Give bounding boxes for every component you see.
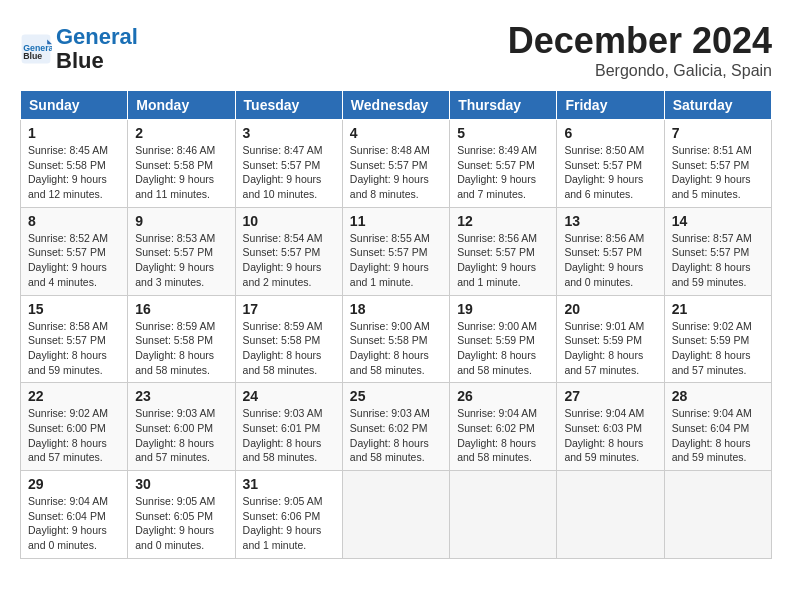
day-number: 11 [350, 213, 442, 229]
day-info: Sunrise: 8:45 AM Sunset: 5:58 PM Dayligh… [28, 143, 120, 202]
calendar-week-row: 8Sunrise: 8:52 AM Sunset: 5:57 PM Daylig… [21, 207, 772, 295]
day-number: 6 [564, 125, 656, 141]
day-info: Sunrise: 9:04 AM Sunset: 6:03 PM Dayligh… [564, 406, 656, 465]
day-number: 7 [672, 125, 764, 141]
day-info: Sunrise: 8:48 AM Sunset: 5:57 PM Dayligh… [350, 143, 442, 202]
calendar-day-cell: 1Sunrise: 8:45 AM Sunset: 5:58 PM Daylig… [21, 120, 128, 208]
calendar-day-cell: 13Sunrise: 8:56 AM Sunset: 5:57 PM Dayli… [557, 207, 664, 295]
calendar-day-cell: 30Sunrise: 9:05 AM Sunset: 6:05 PM Dayli… [128, 471, 235, 559]
day-info: Sunrise: 8:52 AM Sunset: 5:57 PM Dayligh… [28, 231, 120, 290]
calendar-day-cell: 5Sunrise: 8:49 AM Sunset: 5:57 PM Daylig… [450, 120, 557, 208]
day-info: Sunrise: 8:49 AM Sunset: 5:57 PM Dayligh… [457, 143, 549, 202]
weekday-header-row: SundayMondayTuesdayWednesdayThursdayFrid… [21, 91, 772, 120]
day-info: Sunrise: 8:56 AM Sunset: 5:57 PM Dayligh… [457, 231, 549, 290]
day-info: Sunrise: 8:50 AM Sunset: 5:57 PM Dayligh… [564, 143, 656, 202]
calendar-day-cell: 3Sunrise: 8:47 AM Sunset: 5:57 PM Daylig… [235, 120, 342, 208]
calendar-day-cell: 16Sunrise: 8:59 AM Sunset: 5:58 PM Dayli… [128, 295, 235, 383]
day-number: 4 [350, 125, 442, 141]
weekday-header-tuesday: Tuesday [235, 91, 342, 120]
weekday-header-friday: Friday [557, 91, 664, 120]
calendar-day-cell: 2Sunrise: 8:46 AM Sunset: 5:58 PM Daylig… [128, 120, 235, 208]
day-number: 20 [564, 301, 656, 317]
day-number: 14 [672, 213, 764, 229]
day-info: Sunrise: 9:00 AM Sunset: 5:58 PM Dayligh… [350, 319, 442, 378]
day-number: 24 [243, 388, 335, 404]
day-info: Sunrise: 9:00 AM Sunset: 5:59 PM Dayligh… [457, 319, 549, 378]
calendar-day-cell [342, 471, 449, 559]
day-info: Sunrise: 8:46 AM Sunset: 5:58 PM Dayligh… [135, 143, 227, 202]
calendar-day-cell: 31Sunrise: 9:05 AM Sunset: 6:06 PM Dayli… [235, 471, 342, 559]
day-number: 25 [350, 388, 442, 404]
calendar-day-cell: 9Sunrise: 8:53 AM Sunset: 5:57 PM Daylig… [128, 207, 235, 295]
day-info: Sunrise: 9:04 AM Sunset: 6:02 PM Dayligh… [457, 406, 549, 465]
day-number: 26 [457, 388, 549, 404]
calendar-day-cell: 12Sunrise: 8:56 AM Sunset: 5:57 PM Dayli… [450, 207, 557, 295]
weekday-header-monday: Monday [128, 91, 235, 120]
weekday-header-saturday: Saturday [664, 91, 771, 120]
calendar-day-cell: 17Sunrise: 8:59 AM Sunset: 5:58 PM Dayli… [235, 295, 342, 383]
logo-icon: General Blue [20, 33, 52, 65]
calendar-day-cell: 23Sunrise: 9:03 AM Sunset: 6:00 PM Dayli… [128, 383, 235, 471]
day-number: 31 [243, 476, 335, 492]
day-number: 1 [28, 125, 120, 141]
day-number: 27 [564, 388, 656, 404]
day-number: 10 [243, 213, 335, 229]
calendar-day-cell: 4Sunrise: 8:48 AM Sunset: 5:57 PM Daylig… [342, 120, 449, 208]
day-info: Sunrise: 9:03 AM Sunset: 6:02 PM Dayligh… [350, 406, 442, 465]
day-info: Sunrise: 8:59 AM Sunset: 5:58 PM Dayligh… [135, 319, 227, 378]
day-info: Sunrise: 8:47 AM Sunset: 5:57 PM Dayligh… [243, 143, 335, 202]
day-info: Sunrise: 9:02 AM Sunset: 5:59 PM Dayligh… [672, 319, 764, 378]
day-number: 9 [135, 213, 227, 229]
weekday-header-wednesday: Wednesday [342, 91, 449, 120]
calendar-day-cell [557, 471, 664, 559]
calendar-day-cell: 11Sunrise: 8:55 AM Sunset: 5:57 PM Dayli… [342, 207, 449, 295]
calendar-day-cell: 22Sunrise: 9:02 AM Sunset: 6:00 PM Dayli… [21, 383, 128, 471]
day-info: Sunrise: 9:03 AM Sunset: 6:01 PM Dayligh… [243, 406, 335, 465]
day-number: 3 [243, 125, 335, 141]
day-info: Sunrise: 9:01 AM Sunset: 5:59 PM Dayligh… [564, 319, 656, 378]
weekday-header-sunday: Sunday [21, 91, 128, 120]
day-number: 23 [135, 388, 227, 404]
header: General Blue General Blue December 2024 … [20, 20, 772, 80]
calendar-day-cell: 24Sunrise: 9:03 AM Sunset: 6:01 PM Dayli… [235, 383, 342, 471]
calendar-day-cell: 15Sunrise: 8:58 AM Sunset: 5:57 PM Dayli… [21, 295, 128, 383]
day-number: 29 [28, 476, 120, 492]
calendar-day-cell: 29Sunrise: 9:04 AM Sunset: 6:04 PM Dayli… [21, 471, 128, 559]
calendar-day-cell: 28Sunrise: 9:04 AM Sunset: 6:04 PM Dayli… [664, 383, 771, 471]
calendar-day-cell: 6Sunrise: 8:50 AM Sunset: 5:57 PM Daylig… [557, 120, 664, 208]
day-number: 2 [135, 125, 227, 141]
calendar-week-row: 22Sunrise: 9:02 AM Sunset: 6:00 PM Dayli… [21, 383, 772, 471]
svg-text:Blue: Blue [23, 52, 42, 62]
day-number: 22 [28, 388, 120, 404]
location-subtitle: Bergondo, Galicia, Spain [508, 62, 772, 80]
day-info: Sunrise: 8:57 AM Sunset: 5:57 PM Dayligh… [672, 231, 764, 290]
day-number: 18 [350, 301, 442, 317]
calendar-day-cell: 19Sunrise: 9:00 AM Sunset: 5:59 PM Dayli… [450, 295, 557, 383]
calendar-day-cell: 8Sunrise: 8:52 AM Sunset: 5:57 PM Daylig… [21, 207, 128, 295]
calendar-week-row: 1Sunrise: 8:45 AM Sunset: 5:58 PM Daylig… [21, 120, 772, 208]
day-number: 12 [457, 213, 549, 229]
calendar-day-cell: 20Sunrise: 9:01 AM Sunset: 5:59 PM Dayli… [557, 295, 664, 383]
day-info: Sunrise: 8:59 AM Sunset: 5:58 PM Dayligh… [243, 319, 335, 378]
day-number: 28 [672, 388, 764, 404]
calendar-day-cell [450, 471, 557, 559]
calendar-day-cell: 14Sunrise: 8:57 AM Sunset: 5:57 PM Dayli… [664, 207, 771, 295]
title-area: December 2024 Bergondo, Galicia, Spain [508, 20, 772, 80]
day-number: 30 [135, 476, 227, 492]
day-info: Sunrise: 8:55 AM Sunset: 5:57 PM Dayligh… [350, 231, 442, 290]
calendar-day-cell: 10Sunrise: 8:54 AM Sunset: 5:57 PM Dayli… [235, 207, 342, 295]
day-number: 17 [243, 301, 335, 317]
day-info: Sunrise: 9:05 AM Sunset: 6:06 PM Dayligh… [243, 494, 335, 553]
day-info: Sunrise: 9:02 AM Sunset: 6:00 PM Dayligh… [28, 406, 120, 465]
calendar-week-row: 29Sunrise: 9:04 AM Sunset: 6:04 PM Dayli… [21, 471, 772, 559]
day-info: Sunrise: 8:56 AM Sunset: 5:57 PM Dayligh… [564, 231, 656, 290]
day-info: Sunrise: 8:58 AM Sunset: 5:57 PM Dayligh… [28, 319, 120, 378]
day-info: Sunrise: 8:51 AM Sunset: 5:57 PM Dayligh… [672, 143, 764, 202]
day-number: 19 [457, 301, 549, 317]
day-number: 21 [672, 301, 764, 317]
day-number: 8 [28, 213, 120, 229]
calendar-day-cell: 25Sunrise: 9:03 AM Sunset: 6:02 PM Dayli… [342, 383, 449, 471]
calendar-day-cell: 7Sunrise: 8:51 AM Sunset: 5:57 PM Daylig… [664, 120, 771, 208]
logo: General Blue General Blue [20, 25, 138, 73]
day-number: 15 [28, 301, 120, 317]
